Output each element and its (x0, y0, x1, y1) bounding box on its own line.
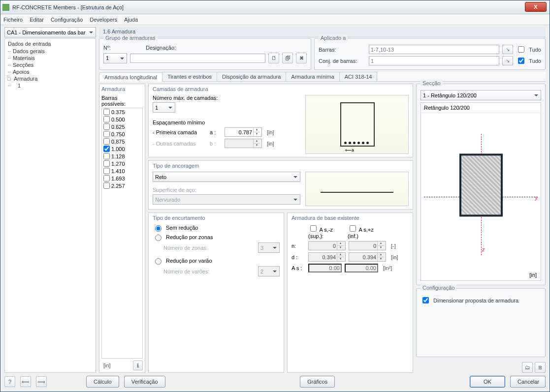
anchor-type-combo[interactable]: Reto (153, 172, 300, 182)
title-bar: RF-CONCRETE Members - [Estrutura de Aço]… (0, 0, 550, 14)
as-sup-check[interactable] (310, 225, 317, 232)
section-info-button[interactable]: 🗎 (535, 362, 546, 373)
curtail-legend: Tipo de encurtamento (153, 215, 280, 221)
prev-button[interactable]: ⟸ (20, 376, 31, 387)
design-proposal-check[interactable] (422, 297, 429, 303)
zone-reduction-radio[interactable] (155, 235, 162, 241)
pick-bars-button[interactable]: ↘ (502, 45, 513, 54)
nav-item[interactable]: Apoios (8, 68, 93, 75)
bars-all-check[interactable] (518, 46, 524, 53)
section-lib-button[interactable]: 🗂 (522, 362, 533, 373)
zone-reduction-label: Redução por zonas (166, 234, 213, 240)
bar-reduction-radio[interactable] (155, 258, 162, 265)
steel-surface-combo: Nervurado (153, 194, 300, 205)
app-icon (2, 4, 9, 11)
applied-legend: Aplicado a (319, 35, 348, 41)
first-layer-spin[interactable]: ▲▼ (225, 127, 262, 137)
menu-bar: Ficheiro Editar Configuração Developers … (0, 14, 550, 25)
no-reduction-label: Sem redução (166, 225, 198, 231)
tab-aci[interactable]: ACI 318-14 (339, 72, 378, 81)
bar-option[interactable]: 1.270 (102, 160, 142, 167)
help-button[interactable]: ? (4, 376, 15, 387)
bars-all-label: Tudo (529, 47, 541, 53)
menu-help[interactable]: Ajuda (124, 17, 138, 23)
close-button[interactable]: X (525, 2, 547, 12)
new-group-button[interactable]: 🗋 (268, 53, 279, 63)
designation-label: Designação: (146, 45, 176, 51)
ok-button[interactable]: OK (470, 376, 505, 388)
bar-option[interactable]: 1.128 (102, 152, 142, 160)
section-combo[interactable]: 1 - Retângulo 120/200 (421, 90, 541, 100)
sets-all-label: Tudo (529, 58, 541, 64)
first-layer-unit: [in] (267, 129, 274, 135)
nav-item-armadura[interactable]: Armadura (8, 75, 93, 82)
nav-item[interactable]: Secções (8, 61, 93, 68)
tab-disposicao[interactable]: Disposição da armadura (217, 72, 286, 81)
nav-item[interactable]: Materiais (8, 55, 93, 61)
n-label: n: (291, 243, 305, 249)
design-proposal-label: Dimensionar proposta de armadura (433, 298, 518, 303)
bar-option[interactable]: 2.257 (102, 182, 142, 189)
menu-developers[interactable]: Developers (90, 17, 117, 23)
sets-all-check[interactable] (518, 58, 524, 64)
as-label: A s : (291, 265, 305, 271)
bar-option[interactable]: 0.625 (102, 123, 142, 130)
no-label: Nº: (103, 45, 111, 51)
d2-spin: ▲▼ (349, 252, 386, 262)
as-inf-check[interactable] (350, 225, 356, 232)
tab-minima[interactable]: Armadura mínima (286, 72, 339, 81)
menu-edit[interactable]: Editar (30, 17, 44, 23)
cancel-button[interactable]: Cancelar (510, 376, 546, 388)
first-layer-sym: a : (210, 129, 222, 135)
config-legend: Configuração (421, 285, 456, 291)
graphics-button[interactable]: Gráficos (300, 376, 335, 388)
nav-item[interactable]: Dados gerais (8, 48, 93, 55)
window-title: RF-CONCRETE Members - [Estrutura de Aço] (12, 4, 124, 10)
no-reduction-radio[interactable] (155, 225, 162, 232)
max-layers-combo[interactable]: 1 (153, 102, 175, 113)
nav-item-armadura-1[interactable]: 1 (8, 82, 93, 89)
verify-button[interactable]: Verificação (124, 376, 165, 388)
section-unit: [in] (529, 272, 537, 278)
bar-option[interactable]: 0.500 (102, 116, 142, 123)
group-reb-legend: Grupo de armaduras (103, 35, 158, 41)
n1-spin: ▲▼ (308, 241, 346, 250)
case-combo-label: CA1 - Dimensionamento das bar (7, 30, 86, 35)
tab-tirantes[interactable]: Tirantes e estribos (162, 72, 217, 81)
armadura-legend: Armadura (101, 86, 143, 92)
nav-tree: Dados de entrada Dados gerais Materiais … (4, 38, 96, 373)
bars-label: Barras: (319, 47, 366, 53)
section-name: Retângulo 120/200 (421, 103, 541, 113)
pick-sets-button[interactable]: ↘ (502, 56, 513, 65)
n2-spin: ▲▼ (349, 241, 386, 250)
sets-label: Conj. de barras: (319, 58, 366, 64)
other-layers-unit: [in] (267, 141, 274, 147)
copy-group-button[interactable]: 🗐 (282, 53, 293, 63)
bar-option[interactable]: 1.410 (102, 167, 142, 175)
designation-input[interactable] (130, 54, 265, 63)
d-label: d : (291, 254, 305, 260)
possible-bars-list[interactable]: 0.3750.5000.6250.7500.8751.0001.1281.270… (101, 108, 143, 359)
next-button[interactable]: ⟹ (36, 376, 47, 387)
delete-group-button[interactable]: ✖ (296, 53, 307, 63)
possible-bars-label: Barras possíveis: (101, 95, 143, 107)
base-reb-legend: Armadura de base existente (291, 215, 409, 221)
menu-file[interactable]: Ficheiro (3, 17, 23, 23)
bar-option[interactable]: 0.750 (102, 130, 142, 138)
calc-button[interactable]: Cálculo (86, 376, 119, 388)
bar-reduction-label: Redução por varão (166, 258, 212, 264)
bar-option[interactable]: 0.875 (102, 138, 142, 145)
case-combo[interactable]: CA1 - Dimensionamento das bar (4, 27, 96, 37)
anchor-legend: Tipo de ancoragem (153, 163, 409, 169)
bars-count-combo: 2 (258, 266, 280, 276)
tab-longitudinal[interactable]: Armadura longitudinal (99, 72, 162, 82)
bar-option[interactable]: 0.375 (102, 108, 142, 116)
info-button[interactable]: ℹ (133, 361, 143, 370)
group-number-combo[interactable]: 1 (103, 53, 127, 63)
menu-config[interactable]: Configuração (51, 17, 83, 23)
bar-option[interactable]: 1.693 (102, 175, 142, 182)
nav-root[interactable]: Dados de entrada (8, 41, 93, 47)
bars-field (369, 45, 499, 54)
first-layer-label: - Primeira camada (153, 129, 207, 135)
bar-option[interactable]: 1.000 (102, 145, 142, 152)
